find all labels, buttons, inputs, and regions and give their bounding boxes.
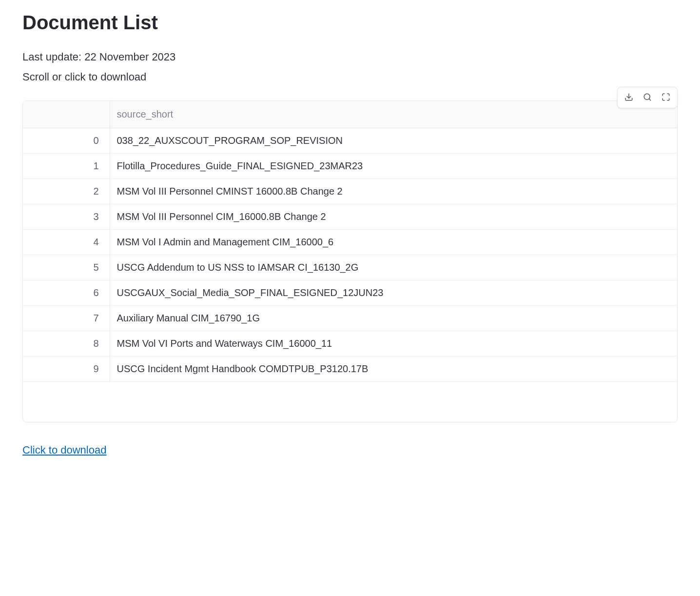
source-short-cell: Auxiliary Manual CIM_16790_1G bbox=[110, 306, 677, 331]
click-to-download-link[interactable]: Click to download bbox=[22, 444, 106, 457]
fullscreen-button[interactable] bbox=[657, 89, 675, 106]
source-short-cell: MSM Vol III Personnel CMINST 16000.8B Ch… bbox=[110, 179, 677, 204]
table-row[interactable]: 9USCG Incident Mgmt Handbook COMDTPUB_P3… bbox=[23, 357, 677, 382]
row-index-cell: 8 bbox=[23, 331, 110, 357]
table-row[interactable]: 8MSM Vol VI Ports and Waterways CIM_1600… bbox=[23, 331, 677, 357]
row-index-cell: 5 bbox=[23, 255, 110, 280]
document-table: source_short 0038_22_AUXSCOUT_PROGRAM_SO… bbox=[23, 101, 677, 382]
table-row[interactable]: 2MSM Vol III Personnel CMINST 16000.8B C… bbox=[23, 179, 677, 204]
table-row[interactable]: 7Auxiliary Manual CIM_16790_1G bbox=[23, 306, 677, 331]
index-column-header[interactable] bbox=[23, 101, 110, 128]
source-short-cell: MSM Vol III Personnel CIM_16000.8B Chang… bbox=[110, 204, 677, 230]
source-short-cell: MSM Vol VI Ports and Waterways CIM_16000… bbox=[110, 331, 677, 357]
row-index-cell: 6 bbox=[23, 280, 110, 306]
instruction-text: Scroll or click to download bbox=[22, 67, 678, 87]
table-row[interactable]: 4MSM Vol I Admin and Management CIM_1600… bbox=[23, 230, 677, 255]
row-index-cell: 4 bbox=[23, 230, 110, 255]
table-scroll-inner[interactable]: source_short 0038_22_AUXSCOUT_PROGRAM_SO… bbox=[23, 101, 677, 422]
row-index-cell: 7 bbox=[23, 306, 110, 331]
last-update-text: Last update: 22 November 2023 bbox=[22, 47, 678, 67]
row-index-cell: 0 bbox=[23, 128, 110, 154]
table-toolbar bbox=[617, 87, 678, 108]
source-short-cell: USCG Addendum to US NSS to IAMSAR CI_161… bbox=[110, 255, 677, 280]
row-index-cell: 9 bbox=[23, 357, 110, 382]
search-icon bbox=[643, 93, 652, 103]
table-row[interactable]: 5USCG Addendum to US NSS to IAMSAR CI_16… bbox=[23, 255, 677, 280]
page-title: Document List bbox=[22, 12, 678, 34]
download-button[interactable] bbox=[620, 89, 638, 106]
table-container: source_short 0038_22_AUXSCOUT_PROGRAM_SO… bbox=[22, 100, 678, 422]
table-row[interactable]: 3MSM Vol III Personnel CIM_16000.8B Chan… bbox=[23, 204, 677, 230]
source-short-cell: 038_22_AUXSCOUT_PROGRAM_SOP_REVISION bbox=[110, 128, 677, 154]
row-index-cell: 1 bbox=[23, 154, 110, 179]
source-short-cell: USCG Incident Mgmt Handbook COMDTPUB_P31… bbox=[110, 357, 677, 382]
table-header-row: source_short bbox=[23, 101, 677, 128]
row-index-cell: 2 bbox=[23, 179, 110, 204]
source-short-cell: MSM Vol I Admin and Management CIM_16000… bbox=[110, 230, 677, 255]
svg-line-2 bbox=[649, 99, 650, 100]
row-index-cell: 3 bbox=[23, 204, 110, 230]
table-scroll-area: source_short 0038_22_AUXSCOUT_PROGRAM_SO… bbox=[22, 100, 678, 422]
fullscreen-icon bbox=[661, 93, 670, 103]
search-button[interactable] bbox=[638, 89, 657, 106]
source-short-column-header[interactable]: source_short bbox=[110, 101, 677, 128]
source-short-cell: USCGAUX_Social_Media_SOP_FINAL_ESIGNED_1… bbox=[110, 280, 677, 306]
table-row[interactable]: 6USCGAUX_Social_Media_SOP_FINAL_ESIGNED_… bbox=[23, 280, 677, 306]
download-icon bbox=[624, 93, 633, 103]
table-row[interactable]: 0038_22_AUXSCOUT_PROGRAM_SOP_REVISION bbox=[23, 128, 677, 154]
table-row[interactable]: 1Flotilla_Procedures_Guide_FINAL_ESIGNED… bbox=[23, 154, 677, 179]
source-short-cell: Flotilla_Procedures_Guide_FINAL_ESIGNED_… bbox=[110, 154, 677, 179]
